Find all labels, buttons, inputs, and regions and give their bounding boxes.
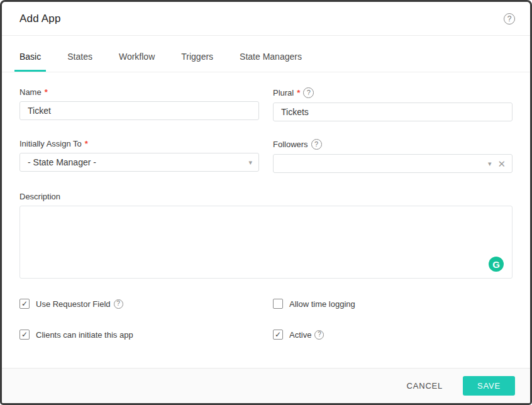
tab-states[interactable]: States [62,44,97,72]
checkbox-label: Clients can initiate this app [36,330,133,340]
dialog-help-icon[interactable]: ? [504,13,515,25]
clear-icon[interactable]: ✕ [497,159,506,169]
add-app-dialog: Add App ? Basic States Workflow Triggers… [0,0,532,405]
checkbox-box[interactable]: ✓ [273,330,283,340]
dialog-header: Add App ? [2,2,530,36]
cancel-button[interactable]: CANCEL [404,376,446,396]
required-asterisk: * [297,88,300,97]
use-requestor-field-checkbox[interactable]: ✓ Use Requestor Field ? [19,299,259,309]
chevron-down-icon: ▾ [248,158,252,167]
checkbox-label: Allow time logging [289,299,355,309]
checkbox-label: Use Requestor Field ? [36,299,123,309]
grammarly-icon[interactable]: G [489,257,504,272]
tab-triggers[interactable]: Triggers [176,44,218,72]
chevron-down-icon: ▾ [488,160,492,168]
required-asterisk: * [85,139,88,148]
checkbox-box[interactable] [273,299,283,309]
clients-can-initiate-checkbox[interactable]: ✓ Clients can initiate this app [19,330,259,340]
allow-time-logging-checkbox[interactable]: Allow time logging [273,299,513,309]
dialog-footer: CANCEL SAVE [2,368,530,403]
checkbox-grid: ✓ Use Requestor Field ? Allow time loggi… [19,299,513,340]
name-label: Name* [19,87,259,97]
name-input[interactable] [19,101,259,120]
name-field-group: Name* [19,87,259,121]
tab-workflow[interactable]: Workflow [114,44,160,72]
required-asterisk: * [45,87,48,97]
active-help-icon[interactable]: ? [314,330,324,340]
checkbox-box[interactable]: ✓ [19,330,30,340]
active-checkbox[interactable]: ✓ Active ? [273,330,513,340]
description-label: Description [19,192,513,201]
use-requestor-help-icon[interactable]: ? [114,299,123,309]
followers-field-group: Followers ? ▾ ✕ [273,139,513,173]
initially-assign-field-group: Initially Assign To* - State Manager - ▾ [19,139,259,173]
tab-basic[interactable]: Basic [14,44,46,72]
initially-assign-value: - State Manager - [28,157,245,167]
plural-help-icon[interactable]: ? [303,87,314,98]
plural-field-group: Plural* ? [273,87,513,121]
checkbox-label: Active ? [289,330,324,340]
dialog-body: Name* Plural* ? Initially Assign To* - [2,72,530,368]
initially-assign-label: Initially Assign To* [19,139,259,148]
followers-help-icon[interactable]: ? [311,139,322,150]
followers-select[interactable]: ▾ ✕ [273,154,513,173]
initially-assign-select[interactable]: - State Manager - ▾ [19,153,259,172]
tab-state-managers[interactable]: State Managers [235,44,307,72]
plural-label: Plural* ? [273,87,513,98]
plural-input[interactable] [273,103,513,121]
checkbox-box[interactable]: ✓ [19,299,30,309]
description-field-group: Description G [19,192,513,279]
followers-label: Followers ? [273,139,513,150]
dialog-title: Add App [19,13,61,25]
tab-bar: Basic States Workflow Triggers State Man… [2,36,530,72]
description-textarea[interactable] [19,206,513,279]
save-button[interactable]: SAVE [463,376,515,396]
